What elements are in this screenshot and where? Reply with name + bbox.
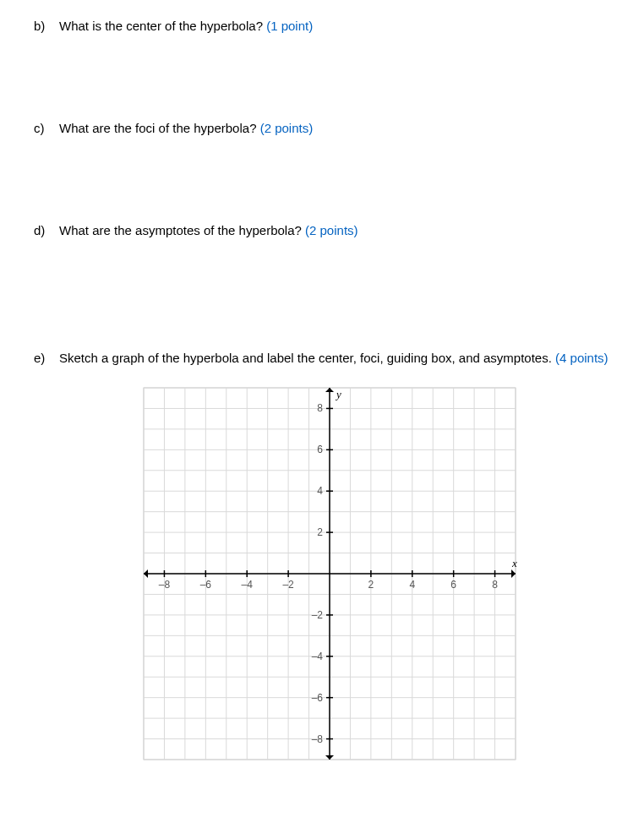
svg-marker-43 — [325, 388, 334, 392]
svg-text:8: 8 — [492, 579, 498, 591]
question-letter: c) — [34, 119, 59, 137]
svg-text:–2: –2 — [282, 579, 294, 591]
question-body: What are the asymptotes of the hyperbola… — [59, 221, 610, 239]
question-c: c) What are the foci of the hyperbola? (… — [34, 119, 610, 137]
question-text: Sketch a graph of the hyperbola and labe… — [59, 351, 552, 365]
question-d: d) What are the asymptotes of the hyperb… — [34, 221, 610, 239]
svg-text:4: 4 — [409, 579, 415, 591]
svg-text:–2: –2 — [312, 609, 324, 621]
question-body: What are the foci of the hyperbola? (2 p… — [59, 119, 610, 137]
question-text: What are the foci of the hyperbola? — [59, 121, 256, 135]
svg-text:–8: –8 — [312, 733, 324, 745]
svg-text:6: 6 — [450, 579, 456, 591]
question-points: (2 points) — [305, 223, 358, 237]
question-points: (4 points) — [555, 351, 609, 365]
question-e: e) Sketch a graph of the hyperbola and l… — [34, 349, 610, 367]
svg-marker-44 — [325, 755, 334, 760]
question-body: What is the center of the hyperbola? (1 … — [59, 17, 610, 35]
svg-marker-41 — [511, 569, 516, 578]
svg-text:6: 6 — [317, 444, 323, 455]
svg-marker-42 — [144, 569, 148, 578]
svg-text:–8: –8 — [159, 579, 171, 591]
question-letter: e) — [34, 349, 59, 367]
svg-text:4: 4 — [317, 485, 323, 497]
question-b: b) What is the center of the hyperbola? … — [34, 17, 610, 35]
svg-text:y: y — [335, 388, 341, 400]
question-text: What is the center of the hyperbola? — [59, 19, 263, 33]
svg-text:8: 8 — [317, 402, 323, 414]
svg-text:2: 2 — [317, 526, 323, 538]
svg-text:–4: –4 — [312, 651, 324, 662]
question-body: Sketch a graph of the hyperbola and labe… — [59, 349, 610, 367]
svg-text:–6: –6 — [312, 692, 324, 704]
question-text: What are the asymptotes of the hyperbola… — [59, 223, 302, 237]
coordinate-grid-chart: –8–6–4–22468–8–6–4–22468xy — [135, 379, 610, 768]
question-letter: d) — [34, 221, 59, 239]
question-points: (1 point) — [266, 19, 313, 33]
svg-text:–4: –4 — [242, 579, 254, 591]
svg-text:–6: –6 — [200, 579, 212, 591]
grid-svg: –8–6–4–22468–8–6–4–22468xy — [135, 379, 524, 768]
svg-text:2: 2 — [368, 579, 374, 591]
question-letter: b) — [34, 17, 59, 35]
question-points: (2 points) — [260, 121, 314, 135]
svg-text:x: x — [511, 557, 517, 569]
